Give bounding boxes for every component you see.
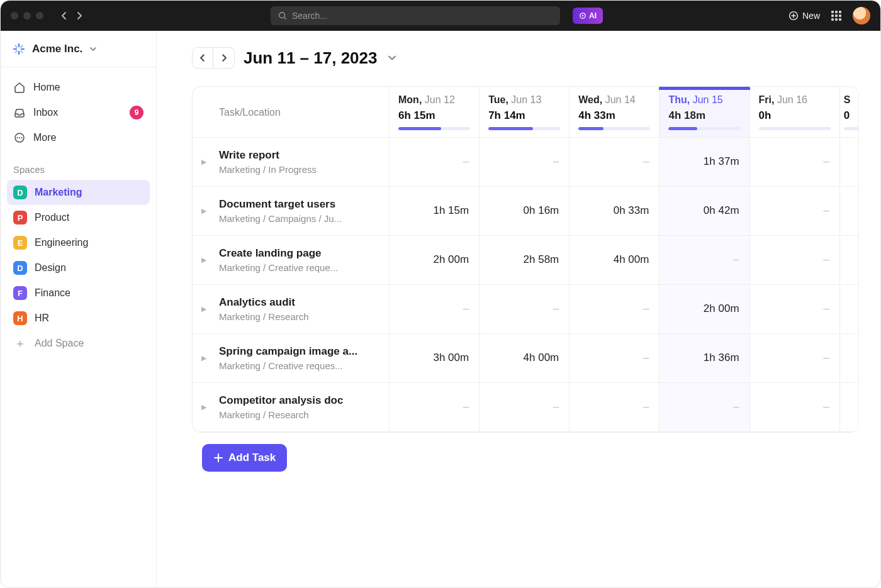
time-cell[interactable]: – (659, 382, 749, 431)
inbox-badge: 9 (130, 106, 143, 119)
sidebar-space-engineering[interactable]: E Engineering (7, 230, 150, 255)
task-row[interactable]: ▶ Document target users Marketing / Camp… (193, 186, 859, 235)
sidebar: Acme Inc. Home Inbox 9 (1, 31, 157, 587)
task-cell[interactable]: ▶ Create landing page Marketing / Creati… (193, 235, 390, 284)
time-cell[interactable]: 0h 42m (659, 186, 749, 235)
ai-button[interactable]: AI (573, 8, 603, 24)
sidebar-item-inbox[interactable]: Inbox 9 (7, 100, 150, 125)
main-area: Jun 11 – 17, 2023 Task/LocationMon, Jun … (157, 31, 880, 587)
time-cell[interactable]: – (570, 382, 659, 431)
time-cell[interactable]: 0h 33m (570, 186, 659, 235)
space-label: Design (35, 262, 66, 274)
nav-back-button[interactable] (59, 10, 70, 21)
time-cell[interactable]: – (749, 382, 839, 431)
time-cell[interactable]: – (390, 284, 480, 333)
time-cell[interactable]: 1h 37m (659, 137, 749, 186)
day-column-header[interactable]: Thu, Jun 15 4h 18m (659, 87, 749, 137)
apps-grid-icon[interactable] (831, 11, 841, 21)
expand-caret-icon[interactable]: ▶ (201, 256, 206, 264)
time-cell[interactable]: – (749, 333, 839, 382)
task-row[interactable]: ▶ Write report Marketing / In Progress––… (193, 137, 859, 186)
ai-sparkle-icon (579, 12, 586, 19)
space-chip-icon: H (13, 311, 27, 325)
space-chip-icon: F (13, 286, 27, 300)
time-cell[interactable]: 4h 00m (570, 235, 659, 284)
time-cell[interactable]: 3h 00m (390, 333, 480, 382)
time-cell[interactable]: – (659, 235, 749, 284)
task-row[interactable]: ▶ Competitor analysis doc Marketing / Re… (193, 382, 859, 431)
time-cell[interactable]: 2h 00m (659, 284, 749, 333)
task-title: Create landing page (219, 247, 380, 260)
time-cell[interactable]: 4h 00m (480, 333, 570, 382)
nav-forward-button[interactable] (74, 10, 85, 21)
svg-point-6 (19, 137, 20, 138)
user-avatar[interactable] (853, 7, 870, 25)
task-row[interactable]: ▶ Spring campaign image a... Marketing /… (193, 333, 859, 382)
svg-point-5 (16, 137, 18, 138)
expand-caret-icon[interactable]: ▶ (201, 403, 206, 411)
task-cell[interactable]: ▶ Write report Marketing / In Progress (193, 137, 390, 186)
task-row[interactable]: ▶ Analytics audit Marketing / Research––… (193, 284, 859, 333)
timesheet-table: Task/LocationMon, Jun 12 6h 15m Tue, Jun… (192, 86, 859, 433)
space-label: HR (35, 313, 49, 324)
task-row[interactable]: ▶ Create landing page Marketing / Creati… (193, 235, 859, 284)
task-cell[interactable]: ▶ Spring campaign image a... Marketing /… (193, 333, 390, 382)
sidebar-item-home[interactable]: Home (7, 75, 150, 100)
day-column-header[interactable]: Mon, Jun 12 6h 15m (390, 87, 480, 137)
prev-week-button[interactable] (192, 47, 213, 69)
global-search-input[interactable]: Search... (271, 6, 560, 25)
time-cell[interactable]: – (480, 137, 570, 186)
workspace-logo-icon (12, 42, 26, 56)
time-cell[interactable]: – (749, 235, 839, 284)
sidebar-space-finance[interactable]: F Finance (7, 280, 150, 306)
sidebar-space-product[interactable]: P Product (7, 205, 150, 230)
add-space-button[interactable]: ＋ Add Space (7, 331, 150, 356)
next-week-button[interactable] (213, 47, 235, 69)
sidebar-item-more[interactable]: More (7, 125, 150, 150)
history-nav (59, 10, 85, 21)
chevron-down-icon (90, 46, 96, 52)
time-cell-overflow (839, 382, 858, 431)
time-cell[interactable]: 0h 16m (480, 186, 570, 235)
new-button[interactable]: New (788, 11, 820, 21)
time-cell[interactable]: – (570, 333, 659, 382)
ellipsis-icon (13, 131, 26, 144)
day-column-header[interactable]: Wed, Jun 14 4h 33m (570, 87, 659, 137)
topbar: Search... AI New (1, 1, 880, 31)
time-cell[interactable]: 2h 00m (390, 235, 480, 284)
time-cell[interactable]: – (390, 137, 480, 186)
time-cell[interactable]: – (749, 284, 839, 333)
task-cell[interactable]: ▶ Competitor analysis doc Marketing / Re… (193, 382, 390, 431)
time-cell[interactable]: – (749, 186, 839, 235)
time-cell[interactable]: – (570, 284, 659, 333)
expand-caret-icon[interactable]: ▶ (201, 354, 206, 362)
task-cell[interactable]: ▶ Document target users Marketing / Camp… (193, 186, 390, 235)
expand-caret-icon[interactable]: ▶ (201, 207, 206, 215)
sidebar-space-design[interactable]: D Design (7, 255, 150, 280)
workspace-switcher[interactable]: Acme Inc. (1, 31, 156, 67)
task-path: Marketing / Campaigns / Ju... (219, 213, 380, 224)
time-cell[interactable]: – (749, 137, 839, 186)
day-column-header[interactable]: Fri, Jun 16 0h (749, 87, 839, 137)
expand-caret-icon[interactable]: ▶ (201, 305, 206, 313)
time-cell[interactable]: 2h 58m (480, 235, 570, 284)
time-cell[interactable]: 1h 36m (659, 333, 749, 382)
svg-point-7 (21, 137, 22, 138)
time-cell[interactable]: 1h 15m (390, 186, 480, 235)
space-label: Finance (35, 287, 70, 299)
task-cell[interactable]: ▶ Analytics audit Marketing / Research (193, 284, 390, 333)
time-cell[interactable]: – (480, 284, 570, 333)
sidebar-space-marketing[interactable]: D Marketing (7, 180, 150, 205)
sidebar-space-hr[interactable]: H HR (7, 306, 150, 331)
expand-caret-icon[interactable]: ▶ (201, 158, 206, 166)
day-column-header[interactable]: Tue, Jun 13 7h 14m (480, 87, 570, 137)
time-cell[interactable]: – (480, 382, 570, 431)
date-range-dropdown[interactable] (388, 54, 396, 62)
time-cell-overflow (839, 235, 858, 284)
task-title: Analytics audit (219, 296, 380, 309)
space-chip-icon: D (13, 261, 27, 275)
add-task-button[interactable]: Add Task (202, 444, 287, 472)
sidebar-item-label: Home (33, 82, 60, 93)
time-cell[interactable]: – (570, 137, 659, 186)
time-cell[interactable]: – (390, 382, 480, 431)
